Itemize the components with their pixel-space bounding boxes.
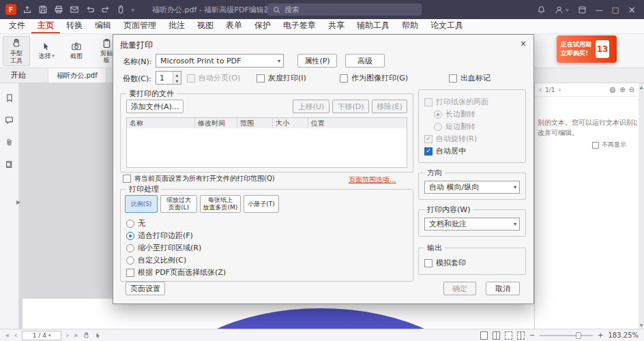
page-indicator[interactable]: 1 / 4 ▾ [22, 331, 61, 340]
menu-convert[interactable]: 转换 [60, 19, 89, 33]
menu-view[interactable]: 视图 [191, 19, 220, 33]
move-up-button[interactable]: 上移(U) [293, 100, 330, 113]
mouse-mode-icon[interactable] [117, 5, 125, 14]
advanced-button[interactable]: 高级 [345, 54, 385, 68]
custom-scale-radio[interactable]: 自定义比例(C) [126, 255, 186, 265]
menu-edit[interactable]: 编辑 [89, 19, 117, 33]
files-table-body[interactable] [126, 128, 407, 168]
menu-share[interactable]: 共享 [322, 19, 351, 33]
menu-esign[interactable]: 电子签章 [277, 19, 322, 33]
bookmarks-panel-icon[interactable] [5, 93, 14, 103]
continuous-facing-view-icon[interactable] [517, 331, 525, 340]
menu-form[interactable]: 表单 [220, 19, 248, 33]
menu-page-manage[interactable]: 页面管理 [117, 19, 162, 33]
zoom-slider[interactable] [540, 335, 593, 336]
next-page-icon[interactable]: › [66, 331, 69, 339]
print-content-select[interactable]: 文档和批注 ▾ [424, 218, 520, 231]
print-icon[interactable] [54, 5, 63, 14]
panel-print-icon[interactable] [609, 87, 616, 93]
redo-icon[interactable] [101, 5, 111, 14]
dont-show-again-checkbox[interactable]: 不再显示 [592, 140, 626, 149]
notification-bell-icon[interactable] [537, 5, 546, 14]
add-files-button[interactable]: 添加文件(A)... [126, 100, 184, 113]
menu-home[interactable]: 主页 [31, 19, 60, 33]
zoom-in-icon[interactable]: ⊕ [619, 86, 625, 93]
apply-page-range-checkbox[interactable]: 将当前页面设置为所有打开文件的打印范围(Q) [123, 174, 275, 183]
shrink-oversized-mode-button[interactable]: 缩放过大 页面(L) [160, 195, 197, 213]
reduce-to-printable-area-radio[interactable]: 缩小至打印区域(R) [126, 243, 201, 253]
zoom-level-value[interactable]: 183.25% [609, 331, 639, 339]
attachments-panel-icon[interactable] [5, 137, 14, 147]
bleed-marks-checkbox[interactable]: 出血标记 [449, 73, 491, 83]
simulate-overprint-checkbox[interactable]: 模拟套印 [424, 258, 466, 268]
spin-down-icon[interactable]: ▼ [173, 78, 181, 84]
printer-properties-button[interactable]: 属性(P) [297, 54, 337, 68]
undo-icon[interactable] [85, 5, 95, 14]
document-tab[interactable]: 福听办公.pdf [48, 68, 106, 83]
save-icon[interactable] [38, 5, 48, 14]
mail-icon[interactable] [70, 5, 79, 14]
hand-tool-button[interactable]: 手型 工具 [3, 36, 30, 66]
dialog-close-button[interactable]: × [516, 38, 530, 50]
chevron-down-icon[interactable]: ▾ [131, 6, 134, 14]
select-mode-icon[interactable] [95, 332, 102, 339]
comments-panel-icon[interactable] [4, 115, 14, 125]
facing-page-view-icon[interactable] [493, 331, 500, 340]
menu-help[interactable]: 帮助 [396, 19, 424, 33]
grayscale-checkbox[interactable]: 灰度打印(I) [257, 73, 306, 83]
spin-up-icon[interactable]: ▲ [173, 72, 181, 78]
booklet-mode-button[interactable]: 小册子(T) [244, 195, 279, 213]
first-page-icon[interactable]: « [5, 331, 10, 339]
fit-printable-margins-radio[interactable]: 适合打印边距(F) [126, 231, 193, 241]
menu-paper-tools[interactable]: 论文工具 [424, 19, 469, 33]
scale-none-radio[interactable]: 无 [126, 218, 145, 228]
vertical-scrollbar[interactable]: ▲ ▼ [639, 83, 644, 329]
column-header-location[interactable]: 位置 [308, 118, 407, 128]
sidebar-expand-icon[interactable]: ▶ [16, 199, 20, 205]
column-header-modified[interactable]: 修改时间 [195, 118, 237, 128]
menu-protect[interactable]: 保护 [248, 19, 277, 33]
zoom-out-icon[interactable]: ⊖ [629, 86, 634, 93]
column-header-name[interactable]: 名称 [127, 118, 195, 128]
next-page-icon[interactable]: › [558, 86, 561, 93]
zoom-slider-thumb[interactable] [576, 332, 581, 339]
orientation-select[interactable]: 自动 横向/纵向 ▾ [424, 181, 520, 194]
close-button[interactable]: × [628, 4, 636, 15]
print-as-image-checkbox[interactable]: 作为图像打印(G) [340, 73, 408, 83]
pages-panel-icon[interactable] [5, 160, 14, 170]
search-input[interactable]: 搜索 [267, 3, 422, 16]
page-range-options-link[interactable]: 页面范围选项... [349, 175, 396, 185]
auto-center-checkbox[interactable]: 自动居中 [424, 146, 466, 156]
start-page-tab[interactable]: 开始 [0, 68, 37, 83]
page-setup-button[interactable]: 页面设置 [126, 282, 165, 295]
zoom-in-button[interactable]: + [598, 331, 603, 339]
copies-stepper[interactable]: 1 ▲ ▼ [156, 71, 181, 85]
scroll-up-icon[interactable]: ▲ [640, 85, 643, 89]
prev-page-icon[interactable]: ‹ [14, 331, 17, 339]
prev-page-icon[interactable]: ‹ [539, 86, 542, 93]
ok-button[interactable]: 确定 [443, 282, 476, 295]
cancel-button[interactable]: 取消 [486, 282, 520, 295]
choose-paper-by-pdf-checkbox[interactable]: 根据 PDF页面选择纸张(Z) [126, 267, 226, 278]
share-icon[interactable] [23, 5, 32, 14]
column-header-range[interactable]: 范围 [237, 118, 273, 128]
move-down-button[interactable]: 下移(D) [332, 100, 369, 113]
scale-mode-button[interactable]: 比例(S) [125, 195, 158, 213]
account-menu[interactable]: ▾ [555, 5, 569, 14]
single-page-view-icon[interactable] [480, 331, 488, 340]
layout-toggle-icon[interactable] [578, 5, 587, 14]
trial-purchase-banner[interactable]: 正在试用期 立即购买! 13 [557, 35, 617, 63]
snapshot-tool-button[interactable]: 截图 [63, 36, 90, 66]
last-page-icon[interactable]: » [74, 331, 78, 339]
maximize-button[interactable]: □ [612, 5, 619, 14]
menu-accessibility[interactable]: 辅助工具 [351, 19, 396, 33]
scroll-down-icon[interactable]: ▼ [640, 323, 643, 327]
printer-select[interactable]: Microsoft Print to PDF ▾ [156, 54, 284, 68]
remove-button[interactable]: 移除(E) [372, 100, 407, 113]
continuous-view-icon[interactable] [505, 331, 512, 340]
menu-comment[interactable]: 批注 [162, 19, 191, 33]
menu-file[interactable]: 文件 [3, 19, 31, 33]
hand-mode-icon[interactable] [83, 331, 90, 339]
multiple-per-sheet-mode-button[interactable]: 每张纸上 放置多页(M) [200, 195, 241, 213]
column-header-size[interactable]: 大小 [273, 118, 308, 128]
